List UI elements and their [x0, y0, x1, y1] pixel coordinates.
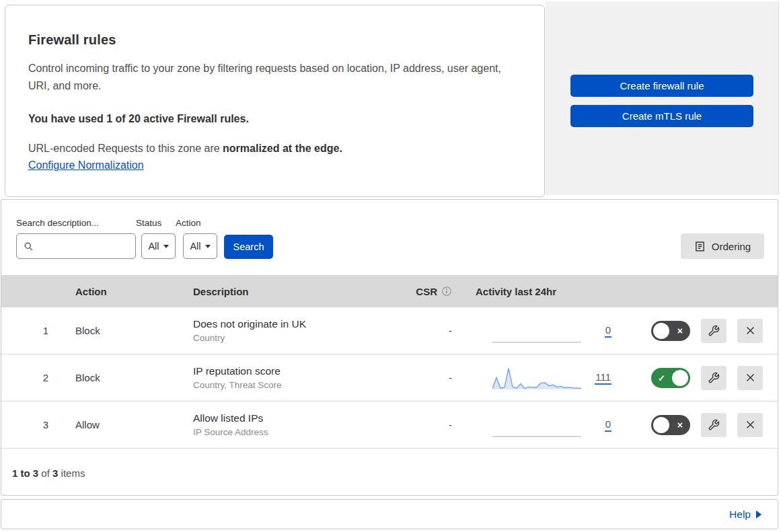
usage-text: You have used 1 of 20 active Firewall ru… — [28, 113, 517, 125]
table-header: Action Description CSR Activity last 24h… — [1, 275, 778, 307]
rule-activity-cell: 0 — [462, 413, 613, 437]
normalization-bold: normalized at the edge. — [223, 143, 342, 154]
help-label: Help — [729, 508, 751, 521]
rule-description-text: IP reputation score — [193, 365, 385, 377]
page-description: Control incoming traffic to your zone by… — [28, 60, 513, 94]
edit-rule-button[interactable] — [701, 413, 727, 437]
rule-controls: × — [613, 319, 778, 343]
wrench-icon — [708, 419, 720, 431]
rule-description: IP reputation score Country, Threat Scor… — [180, 365, 385, 390]
search-label: Search description... — [16, 218, 136, 228]
edit-rule-button[interactable] — [701, 319, 727, 343]
rule-action: Allow — [62, 419, 180, 430]
action-filter-group: Action All — [176, 218, 217, 259]
info-icon[interactable] — [441, 286, 452, 297]
activity-count-link[interactable]: 0 — [605, 324, 611, 338]
column-activity: Activity last 24hr — [462, 286, 613, 297]
rule-fields: Country, Threat Score — [193, 380, 385, 390]
activity-count-link[interactable]: 0 — [605, 418, 611, 432]
rule-controls: ✓ — [613, 366, 778, 390]
page-title: Firewall rules — [28, 32, 517, 48]
normalization-prefix: URL-encoded Requests to this zone are — [28, 143, 223, 154]
delete-rule-button[interactable] — [737, 366, 763, 390]
arrow-right-icon — [756, 510, 761, 519]
pagination-summary: 1 to 3 of 3 items — [1, 449, 778, 479]
ordering-button-label: Ordering — [712, 241, 751, 252]
rule-priority: 1 — [1, 325, 62, 336]
rule-enabled-toggle[interactable]: ✓ — [651, 368, 690, 388]
column-description: Description — [180, 286, 385, 297]
activity-count-link[interactable]: 111 — [595, 371, 611, 385]
status-value: All — [148, 241, 159, 252]
normalization-text: URL-encoded Requests to this zone are no… — [28, 143, 517, 155]
wrench-icon — [708, 372, 720, 384]
rule-priority: 2 — [1, 372, 62, 383]
toggle-off-x-icon: × — [677, 420, 683, 430]
table-row: 2 Block IP reputation score Country, Thr… — [1, 354, 778, 402]
pagination-total: 3 — [52, 467, 58, 479]
close-icon — [745, 372, 756, 383]
status-dropdown[interactable]: All — [141, 233, 176, 259]
table-row: 1 Block Does not originate in UK Country… — [1, 307, 778, 354]
pagination-range: 1 to 3 — [12, 467, 38, 479]
rule-priority: 3 — [1, 419, 62, 430]
rule-activity-cell: 0 — [462, 319, 613, 343]
action-value: All — [190, 241, 200, 252]
toggle-knob — [653, 417, 669, 433]
rule-csr-value: - — [385, 419, 462, 430]
close-icon — [745, 325, 756, 336]
chevron-down-icon — [163, 245, 169, 248]
close-icon — [745, 419, 756, 430]
delete-rule-button[interactable] — [737, 413, 763, 437]
toggle-knob — [653, 323, 669, 339]
wrench-icon — [708, 325, 720, 337]
rule-controls: × — [613, 413, 778, 437]
rule-csr-value: - — [385, 372, 462, 383]
rule-action: Block — [62, 372, 180, 383]
ordering-list-icon — [694, 241, 706, 252]
create-rules-panel: Create firewall rule Create mTLS rule — [546, 1, 779, 195]
create-firewall-rule-button[interactable]: Create firewall rule — [570, 75, 753, 97]
rule-fields: Country — [193, 333, 385, 343]
toggle-off-x-icon: × — [677, 326, 683, 336]
filter-bar: Search description... Status All Action … — [1, 200, 778, 275]
column-csr-label: CSR — [416, 286, 437, 297]
pagination-items: items — [61, 467, 85, 479]
header-card: Firewall rules Control incoming traffic … — [5, 5, 545, 197]
column-action: Action — [62, 286, 180, 297]
column-csr: CSR — [385, 286, 462, 297]
rule-action: Block — [62, 325, 180, 336]
help-link[interactable]: Help — [729, 508, 761, 521]
action-label: Action — [176, 218, 217, 228]
rule-description-text: Does not originate in UK — [193, 318, 385, 330]
action-dropdown[interactable]: All — [183, 233, 217, 259]
rules-card: Search description... Status All Action … — [1, 199, 778, 496]
toggle-knob — [672, 370, 688, 386]
search-button[interactable]: Search — [224, 235, 273, 259]
rule-description: Does not originate in UK Country — [180, 318, 385, 343]
chevron-down-icon — [205, 245, 211, 248]
rule-description-text: Allow listed IPs — [193, 412, 385, 424]
activity-sparkline — [492, 413, 581, 437]
rule-enabled-toggle[interactable]: × — [651, 321, 690, 341]
activity-sparkline — [492, 366, 581, 390]
search-icon — [24, 241, 34, 252]
create-mtls-rule-button[interactable]: Create mTLS rule — [570, 105, 753, 127]
status-filter-group: Status All — [136, 218, 176, 259]
help-bar: Help — [1, 499, 778, 529]
search-group: Search description... — [16, 218, 136, 259]
search-description-input[interactable] — [39, 241, 126, 252]
delete-rule-button[interactable] — [737, 319, 763, 343]
table-row: 3 Allow Allow listed IPs IP Source Addre… — [1, 402, 778, 449]
pagination-of: of — [41, 467, 50, 479]
edit-rule-button[interactable] — [701, 366, 727, 390]
rule-enabled-toggle[interactable]: × — [651, 415, 690, 435]
search-box[interactable] — [16, 233, 136, 259]
rule-activity-cell: 111 — [462, 366, 613, 390]
configure-normalization-link[interactable]: Configure Normalization — [28, 159, 144, 172]
rule-csr-value: - — [385, 325, 462, 336]
rule-description: Allow listed IPs IP Source Address — [180, 412, 385, 437]
toggle-on-check-icon: ✓ — [658, 373, 665, 383]
rule-fields: IP Source Address — [193, 427, 385, 437]
ordering-button[interactable]: Ordering — [681, 233, 764, 259]
